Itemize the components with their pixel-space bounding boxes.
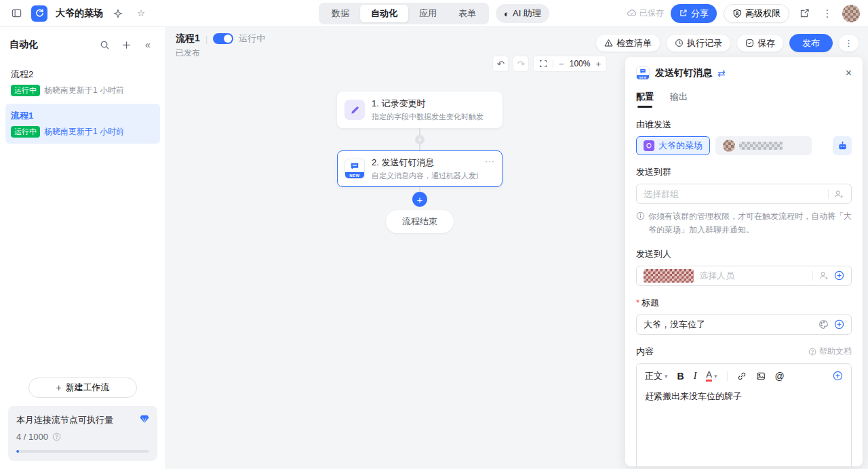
link-icon[interactable]	[737, 371, 747, 381]
question-icon[interactable]	[52, 432, 61, 441]
paragraph-style-select[interactable]: 正文 ▾	[645, 370, 668, 382]
node-more-icon[interactable]: ···	[485, 157, 495, 166]
pin-icon[interactable]	[110, 5, 126, 22]
italic-button[interactable]: I	[694, 371, 697, 382]
node-config-panel: NEW 发送钉钉消息 ⇄ × 配置 输出 由谁发送 大爷的菜场	[625, 57, 863, 466]
group-add-icon[interactable]	[834, 189, 844, 199]
share-button[interactable]: 分享	[671, 4, 717, 23]
save-check-icon	[745, 39, 754, 47]
tab-config[interactable]: 配置	[636, 91, 654, 108]
caret-down-icon: ▾	[714, 373, 717, 380]
content-editor[interactable]: 正文 ▾ B I A ▾ @ 赶紧搬出来没车位的牌子	[636, 363, 852, 466]
title-input[interactable]	[636, 314, 852, 335]
tab-app[interactable]: 应用	[408, 5, 448, 22]
undo-icon[interactable]: ↶	[492, 56, 509, 72]
saved-status: 已保存	[627, 7, 664, 19]
app-logo-icon[interactable]	[31, 5, 47, 22]
check-list-button[interactable]: 检查清单	[595, 34, 660, 52]
toggle-label: 运行中	[239, 33, 265, 45]
plugin-icon[interactable]	[796, 5, 812, 22]
share-icon	[679, 9, 688, 18]
add-dynamic-icon[interactable]	[833, 371, 843, 381]
group-select-field[interactable]	[644, 189, 823, 199]
ai-assistant-label: AI 助理	[513, 7, 541, 20]
user-avatar	[723, 140, 735, 152]
content-text[interactable]: 赶紧搬出来没车位的牌子	[637, 386, 851, 407]
divider	[727, 371, 728, 381]
running-badge: 运行中	[11, 126, 40, 138]
image-icon[interactable]	[756, 371, 766, 381]
zoom-level: 100%	[570, 59, 591, 68]
app-logo-icon	[644, 140, 654, 151]
tab-automation[interactable]: 自动化	[360, 5, 408, 22]
app-title: 大爷的菜场	[56, 7, 103, 20]
zoom-in-icon[interactable]: +	[595, 59, 601, 69]
help-doc-link[interactable]: 帮助文档	[808, 346, 852, 357]
tab-data[interactable]: 数据	[321, 5, 360, 22]
tab-output[interactable]: 输出	[670, 91, 688, 108]
flow-name: 流程1	[11, 110, 155, 122]
person-add-icon[interactable]	[818, 270, 829, 281]
node-record-change[interactable]: 1. 记录变更时 指定的字段中数据发生变化时触发	[337, 91, 502, 128]
palette-icon[interactable]	[818, 319, 829, 329]
add-flow-icon[interactable]	[118, 37, 134, 53]
node-send-dingtalk-message[interactable]: NEW 2. 发送钉钉消息 自定义消息内容，通过机器人发送给指定用户或群 ···	[337, 150, 502, 187]
flow-canvas[interactable]: 流程1 | 运行中 已发布 检查清单 执行记录 保存 发布	[166, 27, 868, 469]
group-select-input[interactable]	[636, 184, 852, 204]
sidebar-item-flow1[interactable]: 流程1 运行中 杨晓南更新于1 小时前	[5, 104, 160, 144]
new-workflow-button[interactable]: + 新建工作流	[28, 378, 137, 398]
font-color-button[interactable]: A ▾	[706, 370, 717, 382]
sidebar-title: 自动化	[9, 39, 96, 51]
running-badge: 运行中	[11, 85, 40, 96]
redo-icon[interactable]: ↷	[513, 56, 529, 72]
add-dynamic-icon[interactable]	[834, 270, 844, 281]
user-avatar[interactable]	[842, 5, 860, 22]
insert-node-icon[interactable]: +	[415, 135, 425, 144]
gem-icon	[140, 414, 149, 424]
run-history-button[interactable]: 执行记录	[666, 34, 731, 52]
close-icon[interactable]: ×	[846, 67, 852, 79]
robot-icon	[837, 141, 848, 151]
divider	[812, 271, 813, 281]
bold-button[interactable]: B	[677, 371, 684, 382]
person-select-input[interactable]: 选择人员	[636, 266, 852, 286]
running-toggle[interactable]	[213, 33, 233, 44]
swap-action-icon[interactable]: ⇄	[717, 68, 726, 79]
warning-icon	[604, 39, 613, 47]
add-dynamic-icon[interactable]	[834, 319, 844, 329]
search-icon[interactable]	[96, 37, 113, 53]
sidebar-item-flow2[interactable]: 流程2 运行中 杨晓南更新于1 小时前	[5, 62, 160, 102]
panel-title: 发送钉钉消息	[655, 67, 712, 79]
flow-name: 流程2	[11, 68, 155, 81]
zoom-out-icon[interactable]: −	[559, 59, 564, 69]
fit-screen-icon[interactable]	[539, 60, 547, 68]
node-subtitle: 自定义消息内容，通过机器人发送给指定用户或群	[372, 171, 478, 181]
title-field[interactable]	[644, 319, 813, 329]
ai-assistant-button[interactable]: ◐ AI 助理	[496, 4, 549, 23]
robot-button[interactable]	[833, 136, 852, 155]
flow-meta: 杨晓南更新于1 小时前	[44, 85, 124, 96]
publish-status: 已发布	[176, 47, 265, 59]
publish-button[interactable]: 发布	[789, 34, 833, 52]
collapse-sidebar-icon[interactable]: «	[140, 37, 156, 53]
question-icon	[808, 348, 816, 356]
canvas-more-button[interactable]: ⋮	[838, 34, 859, 52]
required-mark: *	[636, 298, 639, 308]
sender-label: 由谁发送	[636, 119, 852, 131]
advanced-permission-button[interactable]: 高级权限	[724, 4, 789, 23]
tab-form[interactable]: 表单	[448, 5, 487, 22]
topbar: 大爷的菜场 ☆ 数据 自动化 应用 表单 ◐ AI 助理 已保存 分享 高级权限	[0, 0, 868, 27]
divider	[553, 60, 553, 68]
sender-option-user[interactable]	[715, 136, 812, 155]
save-button[interactable]: 保存	[736, 34, 784, 52]
workspace-tabs: 数据 自动化 应用 表单 ◐ AI 助理	[319, 0, 549, 27]
sender-option-app[interactable]: 大爷的菜场	[636, 136, 710, 155]
more-options-icon[interactable]: ⋮	[819, 5, 835, 22]
add-node-button[interactable]: +	[412, 192, 427, 207]
star-icon[interactable]: ☆	[133, 5, 149, 22]
plus-icon: +	[56, 382, 61, 393]
collapse-panel-icon[interactable]	[8, 5, 24, 22]
flow-end-node: 流程结束	[386, 210, 454, 233]
divider: |	[205, 34, 208, 44]
mention-button[interactable]: @	[775, 371, 785, 382]
